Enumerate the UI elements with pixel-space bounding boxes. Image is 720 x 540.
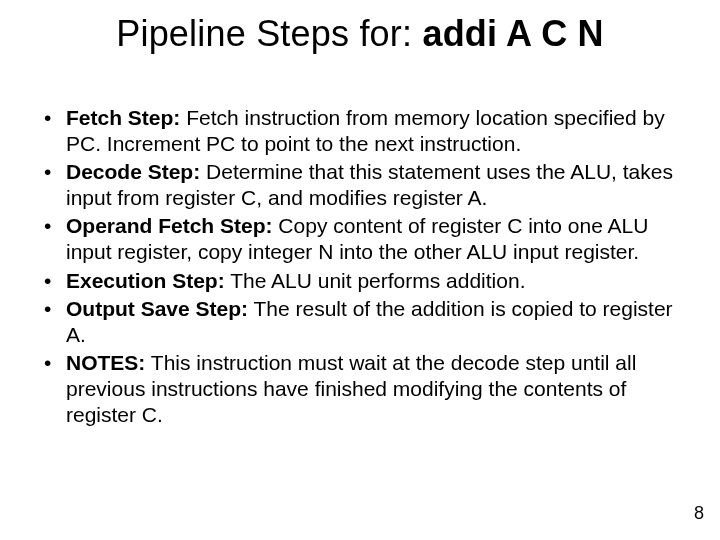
bullet-list: Fetch Step: Fetch instruction from memor… <box>40 105 680 347</box>
bullet-label: Output Save Step: <box>66 297 248 320</box>
notes-label: NOTES: <box>66 351 145 374</box>
bullet-text: The ALU unit performs addition. <box>225 269 526 292</box>
title-prefix: Pipeline Steps for: <box>116 13 422 54</box>
notes-text: This instruction must wait at the decode… <box>66 351 636 425</box>
bullet-label: Fetch Step: <box>66 106 180 129</box>
slide: Pipeline Steps for: addi A C N Fetch Ste… <box>0 0 720 540</box>
bullet-label: Decode Step: <box>66 160 200 183</box>
page-number: 8 <box>694 503 704 524</box>
list-item: Operand Fetch Step: Copy content of regi… <box>40 213 680 264</box>
list-item: NOTES: This instruction must wait at the… <box>40 350 680 427</box>
list-item: Fetch Step: Fetch instruction from memor… <box>40 105 680 156</box>
notes-list: NOTES: This instruction must wait at the… <box>40 350 680 427</box>
slide-body: Fetch Step: Fetch instruction from memor… <box>40 105 680 430</box>
bullet-label: Execution Step: <box>66 269 225 292</box>
title-bold: addi A C N <box>422 13 603 54</box>
list-item: Execution Step: The ALU unit performs ad… <box>40 268 680 294</box>
list-item: Output Save Step: The result of the addi… <box>40 296 680 347</box>
slide-title: Pipeline Steps for: addi A C N <box>0 14 720 54</box>
bullet-label: Operand Fetch Step: <box>66 214 273 237</box>
list-item: Decode Step: Determine that this stateme… <box>40 159 680 210</box>
